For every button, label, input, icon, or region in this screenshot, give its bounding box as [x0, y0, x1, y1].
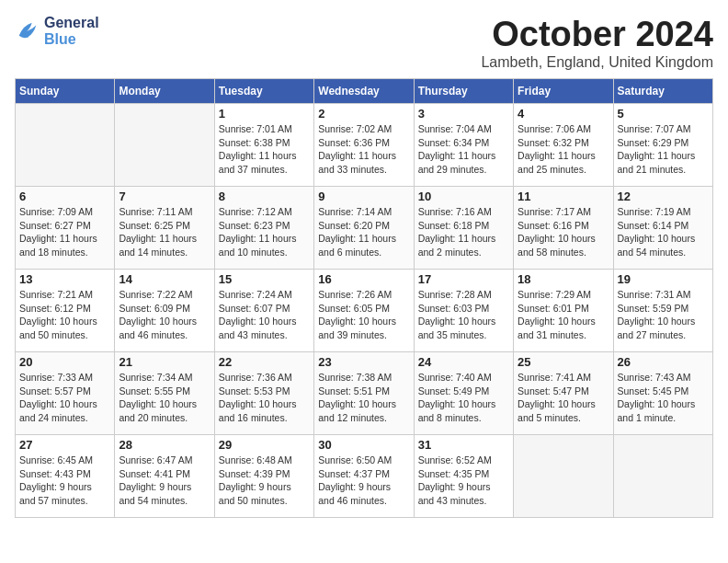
day-info: Sunrise: 7:22 AM Sunset: 6:09 PM Dayligh… — [119, 288, 210, 342]
calendar-day-cell: 12Sunrise: 7:19 AM Sunset: 6:14 PM Dayli… — [613, 187, 712, 270]
calendar-day-cell: 9Sunrise: 7:14 AM Sunset: 6:20 PM Daylig… — [314, 187, 414, 270]
day-info: Sunrise: 6:52 AM Sunset: 4:35 PM Dayligh… — [418, 454, 509, 508]
day-number: 27 — [19, 438, 110, 452]
calendar-table: SundayMondayTuesdayWednesdayThursdayFrid… — [15, 78, 713, 518]
day-info: Sunrise: 7:41 AM Sunset: 5:47 PM Dayligh… — [518, 371, 609, 425]
calendar-day-cell: 17Sunrise: 7:28 AM Sunset: 6:03 PM Dayli… — [414, 270, 513, 352]
day-number: 17 — [418, 272, 509, 286]
day-info: Sunrise: 6:45 AM Sunset: 4:43 PM Dayligh… — [19, 454, 110, 508]
calendar-day-cell: 20Sunrise: 7:33 AM Sunset: 5:57 PM Dayli… — [16, 352, 115, 435]
calendar-week-row: 1Sunrise: 7:01 AM Sunset: 6:38 PM Daylig… — [16, 104, 713, 187]
day-info: Sunrise: 7:33 AM Sunset: 5:57 PM Dayligh… — [19, 371, 110, 425]
day-info: Sunrise: 7:21 AM Sunset: 6:12 PM Dayligh… — [19, 288, 110, 342]
calendar-day-cell: 16Sunrise: 7:26 AM Sunset: 6:05 PM Dayli… — [314, 270, 414, 352]
day-number: 16 — [318, 272, 409, 286]
calendar-day-cell: 4Sunrise: 7:06 AM Sunset: 6:32 PM Daylig… — [514, 104, 613, 187]
day-number: 28 — [119, 438, 210, 452]
calendar-day-cell: 14Sunrise: 7:22 AM Sunset: 6:09 PM Dayli… — [115, 270, 214, 352]
day-number: 8 — [219, 190, 310, 203]
day-number: 12 — [618, 190, 709, 203]
day-info: Sunrise: 7:04 AM Sunset: 6:34 PM Dayligh… — [418, 122, 509, 177]
calendar-week-row: 6Sunrise: 7:09 AM Sunset: 6:27 PM Daylig… — [16, 187, 713, 270]
calendar-day-cell: 2Sunrise: 7:02 AM Sunset: 6:36 PM Daylig… — [314, 104, 414, 187]
day-number: 9 — [318, 190, 409, 203]
calendar-week-row: 20Sunrise: 7:33 AM Sunset: 5:57 PM Dayli… — [16, 352, 713, 435]
day-info: Sunrise: 7:24 AM Sunset: 6:07 PM Dayligh… — [219, 288, 310, 342]
calendar-day-cell: 21Sunrise: 7:34 AM Sunset: 5:55 PM Dayli… — [115, 352, 214, 435]
day-info: Sunrise: 7:01 AM Sunset: 6:38 PM Dayligh… — [219, 122, 310, 177]
calendar-day-cell: 26Sunrise: 7:43 AM Sunset: 5:45 PM Dayli… — [613, 352, 712, 435]
day-info: Sunrise: 6:47 AM Sunset: 4:41 PM Dayligh… — [119, 454, 210, 508]
day-number: 11 — [518, 190, 609, 203]
day-info: Sunrise: 7:02 AM Sunset: 6:36 PM Dayligh… — [318, 122, 409, 177]
day-info: Sunrise: 6:48 AM Sunset: 4:39 PM Dayligh… — [219, 454, 310, 508]
day-info: Sunrise: 7:40 AM Sunset: 5:49 PM Dayligh… — [418, 371, 509, 425]
calendar-day-cell: 18Sunrise: 7:29 AM Sunset: 6:01 PM Dayli… — [514, 270, 613, 352]
calendar-day-cell — [115, 104, 214, 187]
day-info: Sunrise: 6:50 AM Sunset: 4:37 PM Dayligh… — [318, 454, 409, 508]
calendar-day-cell: 8Sunrise: 7:12 AM Sunset: 6:23 PM Daylig… — [214, 187, 313, 270]
title-block: October 2024 Lambeth, England, United Ki… — [481, 15, 713, 71]
day-number: 14 — [119, 272, 210, 286]
calendar-day-cell: 24Sunrise: 7:40 AM Sunset: 5:49 PM Dayli… — [414, 352, 513, 435]
day-info: Sunrise: 7:38 AM Sunset: 5:51 PM Dayligh… — [318, 371, 409, 425]
day-number: 22 — [219, 355, 310, 369]
day-number: 31 — [418, 438, 509, 452]
day-of-week-header: Friday — [514, 79, 613, 104]
day-of-week-header: Monday — [115, 79, 214, 104]
calendar-day-cell: 30Sunrise: 6:50 AM Sunset: 4:37 PM Dayli… — [314, 435, 414, 518]
day-number: 24 — [418, 355, 509, 369]
day-number: 19 — [618, 272, 709, 286]
day-number: 21 — [119, 355, 210, 369]
day-number: 5 — [618, 107, 709, 121]
calendar-week-row: 27Sunrise: 6:45 AM Sunset: 4:43 PM Dayli… — [16, 435, 713, 518]
logo-line1: General — [44, 15, 99, 31]
calendar-day-cell: 22Sunrise: 7:36 AM Sunset: 5:53 PM Dayli… — [214, 352, 313, 435]
logo-line2: Blue — [44, 31, 99, 48]
day-number: 18 — [518, 272, 609, 286]
day-info: Sunrise: 7:26 AM Sunset: 6:05 PM Dayligh… — [318, 288, 409, 342]
calendar-day-cell: 1Sunrise: 7:01 AM Sunset: 6:38 PM Daylig… — [214, 104, 313, 187]
calendar-day-cell — [613, 435, 712, 518]
calendar-day-cell: 28Sunrise: 6:47 AM Sunset: 4:41 PM Dayli… — [115, 435, 214, 518]
day-number: 29 — [219, 438, 310, 452]
calendar-header-row: SundayMondayTuesdayWednesdayThursdayFrid… — [16, 79, 713, 104]
day-number: 30 — [318, 438, 409, 452]
day-number: 4 — [518, 107, 609, 121]
month-title: October 2024 — [481, 15, 713, 54]
day-info: Sunrise: 7:12 AM Sunset: 6:23 PM Dayligh… — [219, 205, 310, 259]
logo-icon — [15, 18, 40, 44]
day-number: 7 — [119, 190, 210, 203]
day-number: 1 — [219, 107, 310, 121]
day-info: Sunrise: 7:16 AM Sunset: 6:18 PM Dayligh… — [418, 205, 509, 259]
day-of-week-header: Wednesday — [314, 79, 414, 104]
day-info: Sunrise: 7:06 AM Sunset: 6:32 PM Dayligh… — [518, 122, 609, 177]
day-number: 6 — [19, 190, 110, 203]
calendar-day-cell: 5Sunrise: 7:07 AM Sunset: 6:29 PM Daylig… — [613, 104, 712, 187]
day-number: 13 — [19, 272, 110, 286]
day-info: Sunrise: 7:29 AM Sunset: 6:01 PM Dayligh… — [518, 288, 609, 342]
calendar-day-cell: 25Sunrise: 7:41 AM Sunset: 5:47 PM Dayli… — [514, 352, 613, 435]
day-of-week-header: Thursday — [414, 79, 513, 104]
day-info: Sunrise: 7:17 AM Sunset: 6:16 PM Dayligh… — [518, 205, 609, 259]
calendar-day-cell: 31Sunrise: 6:52 AM Sunset: 4:35 PM Dayli… — [414, 435, 513, 518]
calendar-day-cell: 13Sunrise: 7:21 AM Sunset: 6:12 PM Dayli… — [16, 270, 115, 352]
day-info: Sunrise: 7:14 AM Sunset: 6:20 PM Dayligh… — [318, 205, 409, 259]
day-info: Sunrise: 7:34 AM Sunset: 5:55 PM Dayligh… — [119, 371, 210, 425]
day-number: 26 — [618, 355, 709, 369]
day-number: 15 — [219, 272, 310, 286]
logo-text-block: General Blue — [44, 15, 99, 47]
calendar-day-cell: 11Sunrise: 7:17 AM Sunset: 6:16 PM Dayli… — [514, 187, 613, 270]
calendar-day-cell: 19Sunrise: 7:31 AM Sunset: 5:59 PM Dayli… — [613, 270, 712, 352]
location-subtitle: Lambeth, England, United Kingdom — [481, 54, 713, 71]
calendar-day-cell: 3Sunrise: 7:04 AM Sunset: 6:34 PM Daylig… — [414, 104, 513, 187]
calendar-day-cell — [514, 435, 613, 518]
calendar-day-cell: 29Sunrise: 6:48 AM Sunset: 4:39 PM Dayli… — [214, 435, 313, 518]
calendar-day-cell — [16, 104, 115, 187]
day-number: 23 — [318, 355, 409, 369]
calendar-week-row: 13Sunrise: 7:21 AM Sunset: 6:12 PM Dayli… — [16, 270, 713, 352]
day-info: Sunrise: 7:43 AM Sunset: 5:45 PM Dayligh… — [618, 371, 709, 425]
day-info: Sunrise: 7:09 AM Sunset: 6:27 PM Dayligh… — [19, 205, 110, 259]
day-of-week-header: Tuesday — [214, 79, 313, 104]
calendar-day-cell: 27Sunrise: 6:45 AM Sunset: 4:43 PM Dayli… — [16, 435, 115, 518]
